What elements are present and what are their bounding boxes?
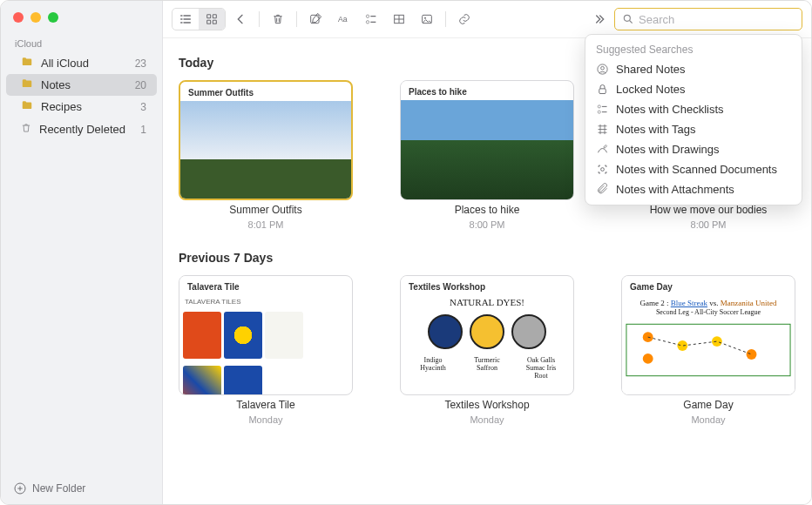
svg-point-14 xyxy=(601,66,605,70)
sidebar-item-all-icloud[interactable]: All iCloud23 xyxy=(6,52,157,74)
note-thumbnail[interactable]: Game DayGame 2 : Blue Streak vs. Manzani… xyxy=(621,275,795,395)
note-time: 8:00 PM xyxy=(691,219,727,230)
note-card[interactable]: Textiles WorkshopNATURAL DYES!Indigo Hya… xyxy=(400,275,574,425)
note-time: 8:00 PM xyxy=(470,219,505,230)
compose-button[interactable] xyxy=(302,9,328,30)
trash-icon xyxy=(20,121,32,138)
link-icon xyxy=(457,12,471,26)
attachment-icon xyxy=(596,183,609,196)
checklist-button[interactable] xyxy=(358,9,384,30)
section-title: Previous 7 Days xyxy=(179,251,795,265)
lock-icon xyxy=(596,83,609,96)
sidebar-item-recently-deleted[interactable]: Recently Deleted1 xyxy=(6,118,157,141)
delete-note-button[interactable] xyxy=(265,9,291,30)
list-icon xyxy=(179,12,193,26)
note-card[interactable]: Summer OutfitsSummer Outfits8:01 PM xyxy=(179,80,353,230)
search-field[interactable] xyxy=(614,8,802,30)
sidebar-item-label: Recipes xyxy=(41,100,133,113)
svg-point-11 xyxy=(424,17,426,19)
folder-icon xyxy=(20,99,34,114)
note-card[interactable]: Places to hikePlaces to hike8:00 PM xyxy=(400,80,574,230)
search-icon xyxy=(622,13,634,25)
table-button[interactable] xyxy=(386,9,412,30)
toolbar-separator xyxy=(445,11,446,27)
search-suggestion-notes-with-checklists[interactable]: Notes with Checklists xyxy=(585,99,802,119)
note-thumbnail[interactable]: Summer Outfits xyxy=(179,80,353,200)
scan-icon xyxy=(596,163,609,176)
checklist-icon xyxy=(364,12,378,26)
note-thumbnail[interactable]: Talavera TileTALAVERA TILES xyxy=(179,275,353,395)
svg-point-24 xyxy=(747,349,757,360)
toolbar: Aa xyxy=(163,1,811,38)
svg-point-12 xyxy=(624,15,630,21)
sidebar-section-label: iCloud xyxy=(1,31,162,52)
note-time: Monday xyxy=(470,414,504,425)
new-folder-label: New Folder xyxy=(32,482,85,495)
zoom-window-button[interactable] xyxy=(48,12,58,23)
compose-icon xyxy=(308,12,322,26)
note-thumbnail[interactable]: Places to hike xyxy=(400,80,574,200)
back-button[interactable] xyxy=(227,9,254,30)
svg-rect-1 xyxy=(207,15,211,18)
search-suggestion-notes-with-tags[interactable]: Notes with Tags xyxy=(585,119,802,139)
note-time: 8:01 PM xyxy=(248,219,284,230)
trash-icon xyxy=(271,12,285,26)
format-icon: Aa xyxy=(336,12,350,26)
suggestions-header: Suggested Searches xyxy=(585,40,802,59)
svg-text:Aa: Aa xyxy=(338,15,348,24)
notes-window: iCloud All iCloud23Notes20Recipes3Recent… xyxy=(0,0,812,505)
search-suggestion-label: Notes with Checklists xyxy=(616,103,724,116)
search-suggestion-label: Notes with Drawings xyxy=(616,143,720,156)
toolbar-separator xyxy=(259,11,260,27)
search-suggestion-notes-with-drawings[interactable]: Notes with Drawings xyxy=(585,139,802,159)
svg-rect-2 xyxy=(213,15,216,18)
sidebar-item-recipes[interactable]: Recipes3 xyxy=(6,96,157,118)
chevron-left-icon xyxy=(233,12,247,26)
drawing-icon xyxy=(596,143,609,156)
checklist-icon xyxy=(596,103,609,116)
svg-point-8 xyxy=(366,21,369,24)
minimize-window-button[interactable] xyxy=(30,12,41,23)
sidebar-item-notes[interactable]: Notes20 xyxy=(6,74,157,96)
sidebar-folder-list: All iCloud23Notes20Recipes3Recently Dele… xyxy=(1,52,162,141)
note-card[interactable]: Game DayGame 2 : Blue Streak vs. Manzani… xyxy=(621,275,795,425)
view-toggle xyxy=(172,8,226,30)
grid-icon xyxy=(205,12,219,26)
toolbar-separator xyxy=(296,11,297,27)
search-suggestion-label: Notes with Scanned Documents xyxy=(616,163,777,176)
media-button[interactable] xyxy=(414,9,440,30)
note-card[interactable]: Talavera TileTALAVERA TILESTalavera Tile… xyxy=(179,275,353,425)
sidebar-item-count: 1 xyxy=(140,124,146,136)
search-suggestions-dropdown: Suggested Searches Shared NotesLocked No… xyxy=(585,34,802,205)
search-suggestion-notes-with-attachments[interactable]: Notes with Attachments xyxy=(585,179,802,199)
grid-view-button[interactable] xyxy=(199,9,225,30)
table-icon xyxy=(392,12,406,26)
sidebar: iCloud All iCloud23Notes20Recipes3Recent… xyxy=(1,1,163,504)
note-label: Talavera Tile xyxy=(236,399,294,411)
new-folder-button[interactable]: New Folder xyxy=(1,473,162,504)
note-time: Monday xyxy=(691,414,725,425)
svg-rect-3 xyxy=(207,20,211,24)
list-view-button[interactable] xyxy=(173,9,199,30)
note-thumbnail[interactable]: Textiles WorkshopNATURAL DYES!Indigo Hya… xyxy=(400,275,574,395)
search-suggestion-notes-with-scanned-documents[interactable]: Notes with Scanned Documents xyxy=(585,159,802,179)
note-label: Summer Outfits xyxy=(229,204,301,216)
svg-point-21 xyxy=(643,354,653,364)
search-suggestion-label: Notes with Tags xyxy=(616,123,696,136)
link-button[interactable] xyxy=(451,9,477,30)
note-thumb-title: Talavera Tile xyxy=(179,276,247,294)
sidebar-item-count: 3 xyxy=(140,101,146,113)
search-input[interactable] xyxy=(639,13,795,26)
overflow-button[interactable] xyxy=(586,9,612,30)
sidebar-item-count: 23 xyxy=(135,57,146,70)
search-suggestion-shared-notes[interactable]: Shared Notes xyxy=(585,59,802,79)
close-window-button[interactable] xyxy=(13,12,24,23)
note-time: Monday xyxy=(248,414,282,425)
format-button[interactable]: Aa xyxy=(330,9,356,30)
note-thumb-title: Game Day xyxy=(622,276,680,294)
svg-point-7 xyxy=(366,15,369,17)
sidebar-item-label: Recently Deleted xyxy=(39,123,133,136)
search-suggestion-locked-notes[interactable]: Locked Notes xyxy=(585,79,802,99)
tag-icon xyxy=(596,123,609,136)
window-controls xyxy=(1,1,162,31)
